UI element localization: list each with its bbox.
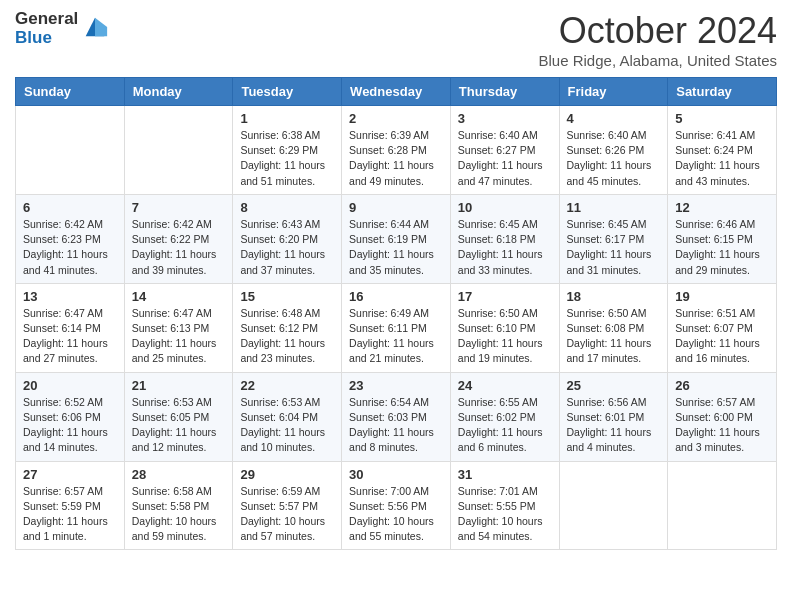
day-info: Sunrise: 6:40 AM Sunset: 6:26 PM Dayligh… bbox=[567, 128, 661, 189]
day-info: Sunrise: 6:41 AM Sunset: 6:24 PM Dayligh… bbox=[675, 128, 769, 189]
day-number: 25 bbox=[567, 378, 661, 393]
day-number: 28 bbox=[132, 467, 226, 482]
calendar-table: Sunday Monday Tuesday Wednesday Thursday… bbox=[15, 77, 777, 550]
day-number: 1 bbox=[240, 111, 334, 126]
calendar-cell: 29Sunrise: 6:59 AM Sunset: 5:57 PM Dayli… bbox=[233, 461, 342, 550]
day-number: 31 bbox=[458, 467, 552, 482]
calendar-cell: 1Sunrise: 6:38 AM Sunset: 6:29 PM Daylig… bbox=[233, 106, 342, 195]
day-info: Sunrise: 6:53 AM Sunset: 6:04 PM Dayligh… bbox=[240, 395, 334, 456]
calendar-cell: 15Sunrise: 6:48 AM Sunset: 6:12 PM Dayli… bbox=[233, 283, 342, 372]
day-info: Sunrise: 6:39 AM Sunset: 6:28 PM Dayligh… bbox=[349, 128, 443, 189]
day-info: Sunrise: 6:51 AM Sunset: 6:07 PM Dayligh… bbox=[675, 306, 769, 367]
calendar-cell: 7Sunrise: 6:42 AM Sunset: 6:22 PM Daylig… bbox=[124, 194, 233, 283]
day-info: Sunrise: 6:57 AM Sunset: 5:59 PM Dayligh… bbox=[23, 484, 117, 545]
day-number: 2 bbox=[349, 111, 443, 126]
day-info: Sunrise: 6:43 AM Sunset: 6:20 PM Dayligh… bbox=[240, 217, 334, 278]
calendar-cell: 17Sunrise: 6:50 AM Sunset: 6:10 PM Dayli… bbox=[450, 283, 559, 372]
calendar-cell: 5Sunrise: 6:41 AM Sunset: 6:24 PM Daylig… bbox=[668, 106, 777, 195]
calendar-week-2: 6Sunrise: 6:42 AM Sunset: 6:23 PM Daylig… bbox=[16, 194, 777, 283]
calendar-cell bbox=[668, 461, 777, 550]
day-info: Sunrise: 6:45 AM Sunset: 6:18 PM Dayligh… bbox=[458, 217, 552, 278]
day-info: Sunrise: 6:46 AM Sunset: 6:15 PM Dayligh… bbox=[675, 217, 769, 278]
day-info: Sunrise: 6:53 AM Sunset: 6:05 PM Dayligh… bbox=[132, 395, 226, 456]
col-wednesday: Wednesday bbox=[342, 78, 451, 106]
day-info: Sunrise: 6:50 AM Sunset: 6:08 PM Dayligh… bbox=[567, 306, 661, 367]
day-info: Sunrise: 6:42 AM Sunset: 6:23 PM Dayligh… bbox=[23, 217, 117, 278]
calendar-cell: 10Sunrise: 6:45 AM Sunset: 6:18 PM Dayli… bbox=[450, 194, 559, 283]
day-number: 4 bbox=[567, 111, 661, 126]
calendar-cell: 26Sunrise: 6:57 AM Sunset: 6:00 PM Dayli… bbox=[668, 372, 777, 461]
logo-text: General Blue bbox=[15, 10, 78, 47]
calendar-cell: 21Sunrise: 6:53 AM Sunset: 6:05 PM Dayli… bbox=[124, 372, 233, 461]
calendar-week-3: 13Sunrise: 6:47 AM Sunset: 6:14 PM Dayli… bbox=[16, 283, 777, 372]
day-info: Sunrise: 6:47 AM Sunset: 6:14 PM Dayligh… bbox=[23, 306, 117, 367]
day-info: Sunrise: 6:59 AM Sunset: 5:57 PM Dayligh… bbox=[240, 484, 334, 545]
day-number: 24 bbox=[458, 378, 552, 393]
calendar-cell: 8Sunrise: 6:43 AM Sunset: 6:20 PM Daylig… bbox=[233, 194, 342, 283]
day-number: 17 bbox=[458, 289, 552, 304]
calendar-cell: 3Sunrise: 6:40 AM Sunset: 6:27 PM Daylig… bbox=[450, 106, 559, 195]
day-info: Sunrise: 6:57 AM Sunset: 6:00 PM Dayligh… bbox=[675, 395, 769, 456]
calendar-header-row: Sunday Monday Tuesday Wednesday Thursday… bbox=[16, 78, 777, 106]
day-number: 5 bbox=[675, 111, 769, 126]
day-number: 22 bbox=[240, 378, 334, 393]
day-info: Sunrise: 6:54 AM Sunset: 6:03 PM Dayligh… bbox=[349, 395, 443, 456]
calendar-cell: 6Sunrise: 6:42 AM Sunset: 6:23 PM Daylig… bbox=[16, 194, 125, 283]
header: General Blue October 2024 Blue Ridge, Al… bbox=[15, 10, 777, 69]
day-number: 9 bbox=[349, 200, 443, 215]
logo: General Blue bbox=[15, 10, 109, 47]
day-number: 6 bbox=[23, 200, 117, 215]
calendar-cell: 20Sunrise: 6:52 AM Sunset: 6:06 PM Dayli… bbox=[16, 372, 125, 461]
calendar-cell: 28Sunrise: 6:58 AM Sunset: 5:58 PM Dayli… bbox=[124, 461, 233, 550]
calendar-cell: 22Sunrise: 6:53 AM Sunset: 6:04 PM Dayli… bbox=[233, 372, 342, 461]
calendar-cell: 24Sunrise: 6:55 AM Sunset: 6:02 PM Dayli… bbox=[450, 372, 559, 461]
calendar-cell: 4Sunrise: 6:40 AM Sunset: 6:26 PM Daylig… bbox=[559, 106, 668, 195]
calendar-page: General Blue October 2024 Blue Ridge, Al… bbox=[0, 0, 792, 565]
day-info: Sunrise: 6:55 AM Sunset: 6:02 PM Dayligh… bbox=[458, 395, 552, 456]
main-title: October 2024 bbox=[539, 10, 777, 52]
calendar-cell: 23Sunrise: 6:54 AM Sunset: 6:03 PM Dayli… bbox=[342, 372, 451, 461]
col-friday: Friday bbox=[559, 78, 668, 106]
day-number: 3 bbox=[458, 111, 552, 126]
logo-icon bbox=[81, 13, 109, 41]
calendar-cell bbox=[559, 461, 668, 550]
day-info: Sunrise: 6:44 AM Sunset: 6:19 PM Dayligh… bbox=[349, 217, 443, 278]
day-number: 29 bbox=[240, 467, 334, 482]
day-number: 21 bbox=[132, 378, 226, 393]
day-info: Sunrise: 6:42 AM Sunset: 6:22 PM Dayligh… bbox=[132, 217, 226, 278]
day-number: 10 bbox=[458, 200, 552, 215]
day-info: Sunrise: 7:00 AM Sunset: 5:56 PM Dayligh… bbox=[349, 484, 443, 545]
calendar-cell bbox=[124, 106, 233, 195]
day-number: 13 bbox=[23, 289, 117, 304]
calendar-cell: 12Sunrise: 6:46 AM Sunset: 6:15 PM Dayli… bbox=[668, 194, 777, 283]
calendar-cell bbox=[16, 106, 125, 195]
calendar-cell: 18Sunrise: 6:50 AM Sunset: 6:08 PM Dayli… bbox=[559, 283, 668, 372]
day-number: 15 bbox=[240, 289, 334, 304]
day-info: Sunrise: 6:47 AM Sunset: 6:13 PM Dayligh… bbox=[132, 306, 226, 367]
calendar-cell: 11Sunrise: 6:45 AM Sunset: 6:17 PM Dayli… bbox=[559, 194, 668, 283]
day-info: Sunrise: 6:50 AM Sunset: 6:10 PM Dayligh… bbox=[458, 306, 552, 367]
day-info: Sunrise: 6:52 AM Sunset: 6:06 PM Dayligh… bbox=[23, 395, 117, 456]
calendar-week-4: 20Sunrise: 6:52 AM Sunset: 6:06 PM Dayli… bbox=[16, 372, 777, 461]
calendar-cell: 25Sunrise: 6:56 AM Sunset: 6:01 PM Dayli… bbox=[559, 372, 668, 461]
day-info: Sunrise: 7:01 AM Sunset: 5:55 PM Dayligh… bbox=[458, 484, 552, 545]
calendar-week-1: 1Sunrise: 6:38 AM Sunset: 6:29 PM Daylig… bbox=[16, 106, 777, 195]
day-number: 27 bbox=[23, 467, 117, 482]
day-number: 8 bbox=[240, 200, 334, 215]
day-number: 30 bbox=[349, 467, 443, 482]
title-area: October 2024 Blue Ridge, Alabama, United… bbox=[539, 10, 777, 69]
day-number: 14 bbox=[132, 289, 226, 304]
day-number: 11 bbox=[567, 200, 661, 215]
day-info: Sunrise: 6:40 AM Sunset: 6:27 PM Dayligh… bbox=[458, 128, 552, 189]
calendar-cell: 13Sunrise: 6:47 AM Sunset: 6:14 PM Dayli… bbox=[16, 283, 125, 372]
day-number: 26 bbox=[675, 378, 769, 393]
calendar-cell: 27Sunrise: 6:57 AM Sunset: 5:59 PM Dayli… bbox=[16, 461, 125, 550]
col-sunday: Sunday bbox=[16, 78, 125, 106]
day-info: Sunrise: 6:58 AM Sunset: 5:58 PM Dayligh… bbox=[132, 484, 226, 545]
calendar-cell: 14Sunrise: 6:47 AM Sunset: 6:13 PM Dayli… bbox=[124, 283, 233, 372]
day-info: Sunrise: 6:38 AM Sunset: 6:29 PM Dayligh… bbox=[240, 128, 334, 189]
logo-blue: Blue bbox=[15, 29, 78, 48]
svg-marker-1 bbox=[95, 17, 107, 36]
day-info: Sunrise: 6:56 AM Sunset: 6:01 PM Dayligh… bbox=[567, 395, 661, 456]
day-number: 12 bbox=[675, 200, 769, 215]
